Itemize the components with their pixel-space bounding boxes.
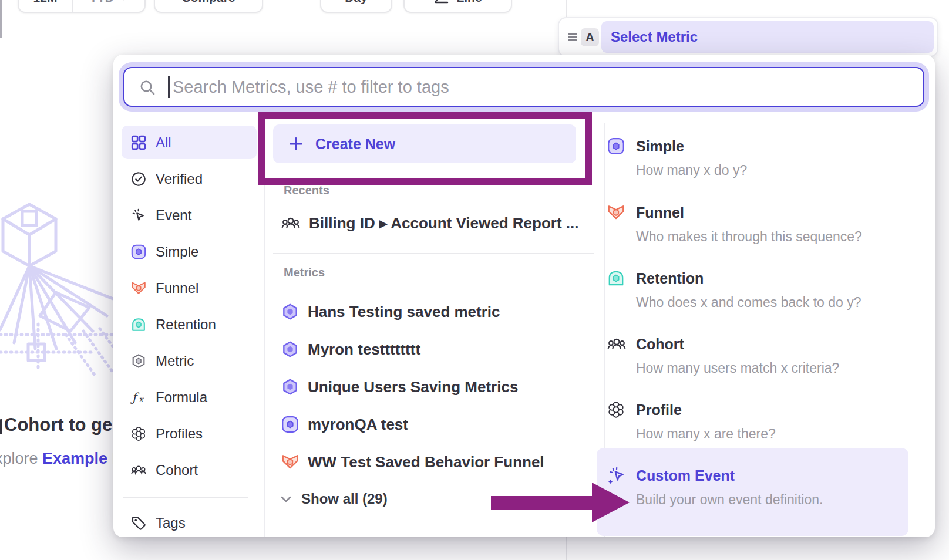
- sidebar-item-label: Event: [156, 207, 191, 224]
- sidebar-item-label: Profiles: [156, 426, 203, 442]
- retention-icon: [130, 316, 147, 333]
- chevron-down-icon: [280, 495, 292, 503]
- recents-heading: Recents: [284, 184, 329, 197]
- sidebar-item-label: Tags: [156, 515, 186, 531]
- annotation-arrow: [491, 496, 597, 510]
- sidebar-item-retention[interactable]: Retention: [122, 308, 257, 341]
- metric-hexagon-icon: [281, 340, 299, 359]
- simple-metric-icon: [281, 415, 299, 434]
- range-12m-button[interactable]: 12M: [19, 0, 73, 12]
- metric-type-description: How many x are there?: [636, 426, 907, 442]
- sidebar-item-event[interactable]: Event: [122, 198, 257, 232]
- metric-type-profile[interactable]: Profile How many x are there?: [607, 402, 907, 442]
- metric-type-description: Who makes it through this sequence?: [636, 229, 907, 245]
- metric-hexagon-icon: [130, 353, 147, 369]
- drag-handle-icon[interactable]: [568, 33, 577, 41]
- granularity-button[interactable]: Day: [320, 0, 392, 13]
- metric-type-retention[interactable]: Retention Who does x and comes back to d…: [607, 270, 907, 311]
- event-cursor-icon: [130, 207, 147, 224]
- sidebar-item-tags[interactable]: Tags: [122, 507, 257, 538]
- sidebar-item-metric[interactable]: Metric: [122, 344, 257, 377]
- cohort-people-icon: [130, 462, 147, 478]
- simple-metric-icon: [607, 137, 625, 156]
- sidebar-item-label: Cohort: [156, 462, 198, 478]
- empty-state-explore-line: xplore Example R: [0, 450, 113, 468]
- list-item-label: Myron testttttttt: [308, 340, 420, 359]
- sidebar-item-label: Funnel: [156, 280, 198, 296]
- sidebar-item-funnel[interactable]: Funnel: [122, 271, 257, 305]
- sidebar-item-label: Retention: [156, 316, 216, 333]
- sidebar-item-label: Formula: [156, 389, 207, 406]
- cohort-people-icon: [281, 213, 301, 233]
- metric-type-custom-event[interactable]: Custom Event Build your own event defini…: [607, 467, 907, 508]
- chevron-down-icon: [119, 0, 128, 1]
- annotation-arrow-head: [592, 483, 630, 522]
- profiles-flower-icon: [607, 400, 625, 419]
- select-metric-button[interactable]: Select Metric: [601, 21, 934, 53]
- metric-type-title: Custom Event: [636, 467, 907, 484]
- search-icon: [139, 79, 156, 96]
- text-caret: [168, 76, 170, 98]
- list-item-label: myronQA test: [308, 416, 408, 434]
- select-metric-label: Select Metric: [611, 29, 698, 45]
- list-item[interactable]: myronQA test: [281, 409, 544, 440]
- tag-icon: [130, 515, 147, 531]
- clipped-letter-fragment: [0, 419, 2, 434]
- date-range-control[interactable]: 12M YTD: [18, 0, 146, 13]
- empty-state-headline: Cohort to ge: [4, 414, 112, 436]
- list-item[interactable]: WW Test Saved Behavior Funnel: [281, 447, 544, 477]
- empty-state-illustration: [0, 198, 115, 380]
- example-reports-link[interactable]: Example R: [42, 450, 113, 467]
- metric-hexagon-icon: [281, 377, 299, 396]
- metric-type-title: Profile: [636, 402, 907, 419]
- verified-badge-icon: [130, 171, 147, 187]
- metric-type-description: Build your own event definition.: [636, 492, 907, 508]
- show-all-label: Show all (29): [301, 491, 388, 507]
- formula-fx-icon: ƒx: [130, 389, 147, 406]
- page-left-edge: [0, 0, 2, 38]
- compare-button[interactable]: Compare: [154, 0, 263, 13]
- recent-item[interactable]: Billing ID ▸ Account Viewed Report ...: [281, 213, 578, 233]
- metric-type-cohort[interactable]: Cohort How many users match x criteria?: [607, 336, 907, 376]
- search-input[interactable]: [123, 67, 924, 107]
- sidebar-item-label: Metric: [156, 353, 194, 369]
- show-all-button[interactable]: Show all (29): [280, 491, 388, 507]
- metric-type-description: Who does x and comes back to do y?: [636, 295, 907, 311]
- metric-series-card: A Select Metric: [558, 17, 938, 57]
- metric-type-simple[interactable]: Simple How many x do y?: [607, 138, 907, 178]
- sidebar-divider: [123, 497, 248, 498]
- sidebar-item-label: All: [156, 134, 171, 151]
- sidebar-item-profiles[interactable]: Profiles: [122, 417, 257, 450]
- list-item[interactable]: Myron testttttttt: [281, 334, 544, 365]
- metric-type-title: Simple: [636, 138, 907, 155]
- svg-text:x: x: [139, 394, 144, 404]
- list-item-label: WW Test Saved Behavior Funnel: [308, 453, 544, 471]
- funnel-icon: [130, 280, 147, 296]
- list-item-label: Unique Users Saving Metrics: [308, 378, 518, 396]
- sidebar-item-formula[interactable]: ƒx Formula: [122, 380, 257, 414]
- list-item[interactable]: Hans Testing saved metric: [281, 296, 544, 327]
- section-divider: [273, 253, 594, 254]
- line-chart-icon: [433, 0, 450, 6]
- metric-type-description: How many x do y?: [636, 163, 907, 178]
- sidebar-item-cohort[interactable]: Cohort: [122, 453, 257, 487]
- metric-type-funnel[interactable]: Funnel Who makes it through this sequenc…: [607, 204, 907, 245]
- sidebar-item-verified[interactable]: Verified: [122, 162, 257, 195]
- metrics-heading: Metrics: [284, 266, 325, 279]
- filter-sidebar: All Verified Event Simple Funnel Retenti…: [122, 126, 257, 537]
- funnel-icon: [281, 453, 299, 471]
- sidebar-item-simple[interactable]: Simple: [122, 235, 257, 268]
- range-ytd-button[interactable]: YTD: [73, 0, 144, 12]
- metric-picker-screen: 12M YTD Compare Day Line A Select Metric: [0, 0, 949, 560]
- sidebar-item-all[interactable]: All: [122, 126, 257, 159]
- explore-text: xplore: [0, 450, 38, 467]
- chart-type-button[interactable]: Line: [403, 0, 512, 13]
- sidebar-item-label: Simple: [156, 244, 198, 260]
- series-badge: A: [581, 28, 599, 46]
- metric-type-title: Cohort: [636, 336, 907, 353]
- list-item[interactable]: Unique Users Saving Metrics: [281, 372, 544, 402]
- retention-icon: [607, 269, 625, 288]
- funnel-icon: [607, 203, 625, 222]
- cohort-people-icon: [607, 335, 627, 353]
- profiles-flower-icon: [130, 426, 147, 442]
